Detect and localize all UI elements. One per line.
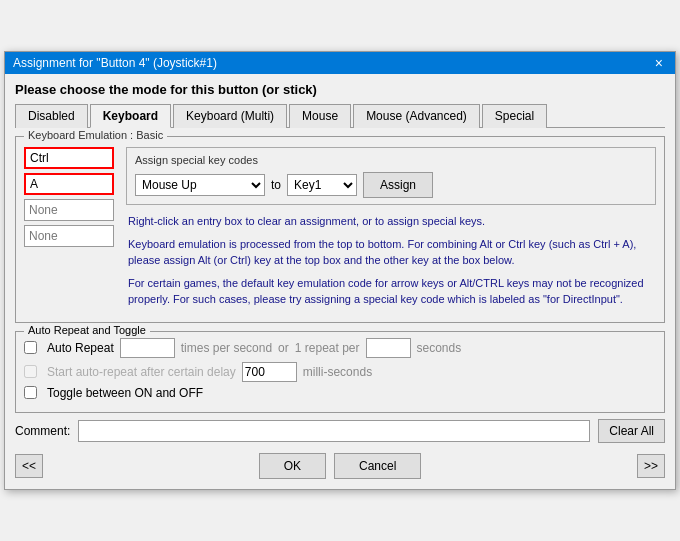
toggle-label: Toggle between ON and OFF	[47, 386, 203, 400]
close-button[interactable]: ×	[651, 56, 667, 70]
tab-disabled[interactable]: Disabled	[15, 104, 88, 128]
key-inputs	[24, 147, 114, 314]
start-delay-label: Start auto-repeat after certain delay	[47, 365, 236, 379]
one-repeat-per-label: 1 repeat per	[295, 341, 360, 355]
main-window: Assignment for "Button 4" (Joystick#1) ×…	[4, 51, 676, 490]
clear-all-button[interactable]: Clear All	[598, 419, 665, 443]
info-text-2: Keyboard emulation is processed from the…	[128, 236, 654, 269]
title-bar: Assignment for "Button 4" (Joystick#1) ×	[5, 52, 675, 74]
comment-input[interactable]	[78, 420, 590, 442]
cancel-button[interactable]: Cancel	[334, 453, 421, 479]
milli-label: milli-seconds	[303, 365, 372, 379]
tab-keyboard-multi[interactable]: Keyboard (Multi)	[173, 104, 287, 128]
key-select[interactable]: Key1 Key2 Key3	[287, 174, 357, 196]
comment-label: Comment:	[15, 424, 70, 438]
auto-repeat-checkbox[interactable]	[24, 341, 37, 354]
info-text-3: For certain games, the default key emula…	[128, 275, 654, 308]
ok-button[interactable]: OK	[259, 453, 326, 479]
toggle-row: Toggle between ON and OFF	[24, 386, 656, 400]
or-label: or	[278, 341, 289, 355]
tab-mouse-advanced[interactable]: Mouse (Advanced)	[353, 104, 480, 128]
prev-button[interactable]: <<	[15, 454, 43, 478]
key-input-4[interactable]	[24, 225, 114, 247]
to-label: to	[271, 178, 281, 192]
milli-input[interactable]	[242, 362, 297, 382]
window-title: Assignment for "Button 4" (Joystick#1)	[13, 56, 217, 70]
info-text-1: Right-click an entry box to clear an ass…	[128, 213, 654, 230]
auto-repeat-row: Auto Repeat times per second or 1 repeat…	[24, 338, 656, 358]
assign-special-title: Assign special key codes	[135, 154, 647, 166]
bottom-bar: << OK Cancel >>	[15, 449, 665, 481]
next-button[interactable]: >>	[637, 454, 665, 478]
key-input-3[interactable]	[24, 199, 114, 221]
tab-special[interactable]: Special	[482, 104, 547, 128]
info-area: Right-click an entry box to clear an ass…	[126, 213, 656, 308]
instruction-text: Please choose the mode for this button (…	[15, 82, 665, 97]
auto-repeat-section: Auto Repeat and Toggle Auto Repeat times…	[15, 331, 665, 413]
keyboard-section: Keyboard Emulation : Basic Assign specia…	[15, 136, 665, 323]
key-input-2[interactable]	[24, 173, 114, 195]
assign-button[interactable]: Assign	[363, 172, 433, 198]
times-per-second-label: times per second	[181, 341, 272, 355]
assign-special-box: Assign special key codes Mouse Up Mouse …	[126, 147, 656, 205]
auto-repeat-title: Auto Repeat and Toggle	[24, 324, 150, 336]
tab-bar: Disabled Keyboard Keyboard (Multi) Mouse…	[15, 103, 665, 128]
keyboard-area: Assign special key codes Mouse Up Mouse …	[24, 147, 656, 314]
times-per-second-input[interactable]	[120, 338, 175, 358]
assign-special-container: Assign special key codes Mouse Up Mouse …	[126, 147, 656, 314]
tab-keyboard[interactable]: Keyboard	[90, 104, 171, 128]
center-buttons: OK Cancel	[259, 453, 422, 479]
key-input-1[interactable]	[24, 147, 114, 169]
special-key-dropdown[interactable]: Mouse Up Mouse Down Mouse Left Mouse Rig…	[135, 174, 265, 196]
tab-mouse[interactable]: Mouse	[289, 104, 351, 128]
assign-row: Mouse Up Mouse Down Mouse Left Mouse Rig…	[135, 172, 647, 198]
start-delay-checkbox[interactable]	[24, 365, 37, 378]
keyboard-section-title: Keyboard Emulation : Basic	[24, 129, 167, 141]
window-body: Please choose the mode for this button (…	[5, 74, 675, 489]
toggle-checkbox[interactable]	[24, 386, 37, 399]
comment-row: Comment: Clear All	[15, 419, 665, 443]
start-delay-row: Start auto-repeat after certain delay mi…	[24, 362, 656, 382]
seconds-label: seconds	[417, 341, 462, 355]
auto-repeat-label: Auto Repeat	[47, 341, 114, 355]
repeat-per-seconds-input[interactable]	[366, 338, 411, 358]
